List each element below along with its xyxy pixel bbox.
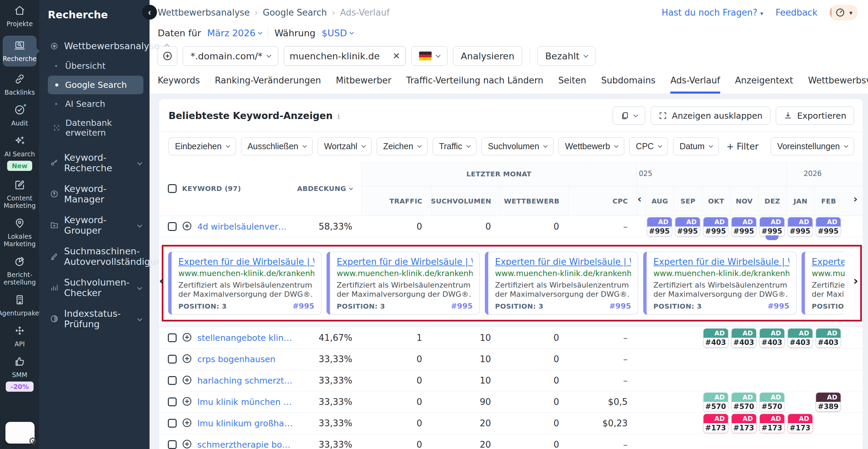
ad-badge[interactable]: AD#403 — [731, 328, 756, 348]
plus-circle-icon[interactable] — [182, 417, 192, 429]
rail-item-berichterstellung[interactable]: Bericht-erstellung — [3, 256, 37, 286]
ad-badge[interactable]: AD#173 — [731, 414, 756, 433]
ad-badge[interactable]: AD#995 — [788, 217, 813, 236]
nav-item-suchvolumen-checker[interactable]: Suchvolumen-Checker — [48, 272, 143, 303]
clear-icon[interactable]: ✕ — [393, 51, 400, 61]
expand-ads-button[interactable]: Anzeigen ausklappen — [651, 106, 770, 125]
nav-item-suchmaschinen-autovervollstaendigung[interactable]: Suchmaschinen-Autovervollständigung — [48, 241, 143, 272]
row-checkbox[interactable] — [168, 397, 177, 406]
collapse-nav-button[interactable]: ‹ — [142, 5, 157, 20]
ad-badge[interactable]: AD#403 — [816, 328, 841, 348]
rail-item-recherche[interactable]: Recherche — [3, 36, 37, 66]
ad-badge[interactable]: AD#995 — [703, 217, 728, 236]
nav-item-keyword-recherche[interactable]: Keyword-Recherche — [48, 147, 143, 178]
rail-item-api[interactable]: API — [3, 325, 37, 348]
tab-mitbewerber[interactable]: Mitbewerber — [336, 75, 392, 94]
currency-dropdown[interactable]: $USD — [321, 28, 353, 38]
account-menu[interactable]: ▾ — [830, 5, 858, 20]
ad-title-link[interactable]: Experten für die Wirbelsäule | Wir... — [178, 257, 314, 267]
rail-item-audit[interactable]: Audit — [3, 104, 37, 127]
select-all-checkbox[interactable] — [168, 184, 177, 193]
export-button[interactable]: Exportieren — [776, 106, 854, 125]
filter-zeichen[interactable]: Zeichen — [377, 137, 428, 155]
ad-badge[interactable]: AD#403 — [760, 328, 785, 348]
plus-circle-icon[interactable] — [182, 332, 192, 344]
ad-title-link[interactable]: Experten für die Wirbelsäule | Wir... — [495, 257, 631, 267]
scroll-ads-right-button[interactable]: › — [853, 275, 858, 287]
filter-datum[interactable]: Datum — [673, 137, 719, 155]
tab-subdomains[interactable]: Subdomains — [601, 75, 655, 94]
plus-circle-icon[interactable] — [182, 375, 192, 387]
ad-title-link[interactable]: Experten für die Wirbelsäule | Wir... — [337, 257, 473, 267]
ad-badge[interactable]: AD#389 — [816, 392, 841, 412]
scroll-ads-left-button[interactable]: ‹ — [159, 275, 164, 287]
date-dropdown[interactable]: März 2026 — [207, 28, 262, 38]
nav-item-datenbank-erweitern[interactable]: Datenbank erweitern — [48, 114, 143, 142]
domain-input[interactable] — [290, 51, 389, 61]
analyze-button[interactable]: Analysieren — [453, 46, 522, 66]
row-checkbox[interactable] — [168, 222, 177, 231]
competition-column-header[interactable]: WETTBEWERB — [500, 187, 568, 216]
ad-badge[interactable]: AD#995 — [816, 217, 841, 236]
tab-anzeigentext[interactable]: Anzeigentext — [735, 75, 793, 94]
plus-circle-icon[interactable] — [182, 396, 192, 408]
traffic-column-header[interactable]: TRAFFIC — [361, 187, 431, 216]
ad-badge[interactable]: AD#570 — [760, 392, 785, 412]
scroll-months-left-button[interactable]: ‹ — [637, 194, 642, 204]
row-checkbox[interactable] — [168, 440, 177, 449]
country-dropdown[interactable] — [411, 46, 448, 66]
ad-badge[interactable]: AD#995 — [675, 217, 700, 236]
plus-circle-icon[interactable] — [182, 221, 192, 233]
rail-item-projekte[interactable]: Projekte — [3, 5, 37, 27]
domain-scope-dropdown[interactable]: *.domain.com/* — [183, 46, 278, 66]
keyword-link[interactable]: crps bogenhausen — [197, 354, 275, 364]
ad-badge[interactable]: AD#173 — [760, 414, 785, 433]
nav-item-wettbewerbsanalyse[interactable]: Wettbewerbsanalyse — [48, 36, 143, 56]
cpc-column-header[interactable]: CPC — [568, 187, 637, 216]
tab-wettbewerbsvergleich[interactable]: Wettbewerbsvergleich — [808, 75, 868, 94]
columns-dropdown[interactable] — [613, 106, 645, 125]
nav-item-ai-search[interactable]: AI Search — [48, 95, 143, 113]
tab-ads-verlauf[interactable]: Ads-Verlauf — [670, 75, 720, 94]
breadcrumb-link[interactable]: Google Search — [263, 7, 327, 18]
help-dropdown[interactable]: Hast du noch Fragen? ▾ — [662, 7, 763, 18]
domain-search-box[interactable]: ✕ — [284, 46, 406, 66]
breadcrumb-link[interactable]: Wettbewerbsanalyse — [158, 7, 250, 18]
filter-ausschließen[interactable]: Ausschließen — [241, 137, 313, 155]
ad-badge[interactable]: AD#173 — [788, 414, 813, 433]
rail-item-ai-search[interactable]: AI Search New — [3, 135, 37, 171]
nav-item-uebersicht[interactable]: Übersicht — [48, 57, 143, 75]
ad-title-link[interactable]: Experten für die Wirbelsäule | Wir... — [653, 257, 789, 267]
nav-item-google-search[interactable]: Google Search — [48, 76, 143, 94]
filter-suchvolumen[interactable]: Suchvolumen — [481, 137, 553, 155]
feedback-link[interactable]: Feedback — [775, 7, 817, 18]
rail-item-agenturpaket[interactable]: Agenturpaket — [3, 294, 37, 317]
tab-seiten[interactable]: Seiten — [558, 75, 586, 94]
plus-circle-icon[interactable] — [182, 439, 192, 449]
filter-wortzahl[interactable]: Wortzahl — [318, 137, 372, 155]
report-type-dropdown[interactable]: Bezahlt — [537, 46, 595, 66]
coverage-column-header[interactable]: ABDECKUNG — [293, 161, 361, 216]
plus-circle-icon[interactable] — [182, 353, 192, 365]
tab-keywords[interactable]: Keywords — [158, 75, 200, 94]
tab-ranking-veränderungen[interactable]: Ranking-Veränderungen — [215, 75, 321, 94]
ad-badge[interactable]: AD#403 — [703, 328, 728, 348]
rail-item-smm[interactable]: SMM -20% — [3, 356, 37, 392]
keyword-link[interactable]: lmu klinikum großhader... — [197, 418, 293, 428]
ad-badge[interactable]: AD#995 — [647, 217, 672, 236]
ad-badge[interactable]: AD#995 — [731, 217, 756, 236]
info-icon[interactable]: i — [337, 112, 340, 121]
scroll-months-right-button[interactable]: › — [853, 194, 857, 204]
ad-badge[interactable]: AD#570 — [731, 392, 756, 412]
keyword-link[interactable]: stellenangebote kliniku... — [197, 333, 293, 343]
rail-item-lokales-marketing[interactable]: Lokales Marketing — [3, 217, 37, 248]
row-checkbox[interactable] — [168, 419, 177, 428]
ad-badge[interactable]: AD#570 — [703, 392, 728, 412]
add-query-button[interactable] — [158, 46, 177, 66]
filter-traffic[interactable]: Traffic — [433, 137, 476, 155]
gear-icon[interactable]: ⚙ — [28, 436, 37, 446]
presets-dropdown[interactable]: Voreinstellungen — [771, 137, 854, 155]
keyword-link[interactable]: lmu klinik münchen stel... — [197, 397, 293, 407]
nav-item-indexstatus-pruefung[interactable]: Indexstatus-Prüfung — [48, 303, 143, 334]
rail-item-content-marketing[interactable]: Content Marketing — [3, 179, 37, 209]
